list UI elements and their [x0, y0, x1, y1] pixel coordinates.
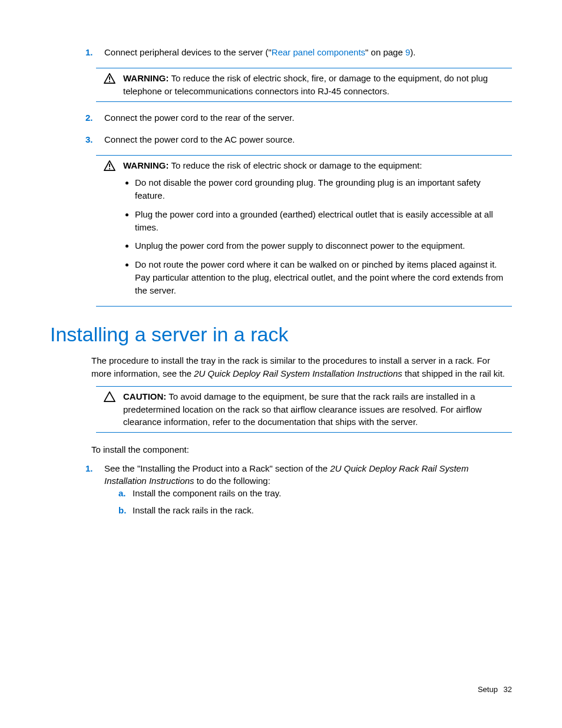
step-number: 2.	[85, 111, 96, 124]
substep-text: Install the component rails on the tray.	[133, 487, 281, 499]
step-1: 1. Connect peripheral devices to the ser…	[85, 46, 512, 58]
warning-intro: To reduce the risk of electric shock or …	[169, 160, 422, 170]
step-text: See the "Installing the Product into a R…	[104, 462, 512, 521]
caution-text: To avoid damage to the equipment, be sur…	[123, 391, 482, 427]
step-text: Connect peripheral devices to the server…	[104, 46, 512, 58]
warning-bullet: Plug the power cord into a grounded (ear…	[135, 208, 512, 234]
rear-panel-link[interactable]: Rear panel components	[272, 47, 365, 57]
install-step-1: 1. See the "Installing the Product into …	[85, 462, 512, 521]
document-page: 1. Connect peripheral devices to the ser…	[0, 0, 562, 728]
svg-point-3	[109, 168, 110, 169]
doc-title-italic: 2U Quick Deploy Rail System Installation…	[194, 368, 402, 378]
warning-bullet: Do not route the power cord where it can…	[135, 258, 512, 297]
warning-icon	[96, 72, 123, 98]
caution-label: CAUTION:	[123, 391, 166, 401]
caution-icon	[96, 390, 123, 429]
warning-bullet-list: Do not disable the power cord grounding …	[135, 176, 512, 297]
warning-bullet: Do not disable the power cord grounding …	[135, 176, 512, 202]
step-2: 2. Connect the power cord to the rear of…	[85, 111, 512, 124]
intro-paragraph: The procedure to install the tray in the…	[91, 354, 512, 380]
step-number: 1.	[85, 462, 96, 475]
warning-label: WARNING:	[123, 160, 169, 170]
step-number: 3.	[85, 133, 96, 146]
warning-callout-1: WARNING: To reduce the risk of electric …	[96, 68, 512, 102]
step-text: Connect the power cord to the AC power s…	[104, 133, 512, 146]
substep-letter: a.	[118, 487, 129, 499]
page-footer: Setup 32	[478, 685, 512, 694]
warning-label: WARNING:	[123, 73, 169, 83]
step-3: 3. Connect the power cord to the AC powe…	[85, 133, 512, 146]
substep-a: a. Install the component rails on the tr…	[118, 487, 512, 499]
substep-b: b. Install the rack rails in the rack.	[118, 504, 512, 516]
warning-icon	[96, 159, 123, 303]
section-heading: Installing a server in a rack	[50, 323, 512, 346]
substep-letter: b.	[118, 504, 129, 516]
warning-callout-2: WARNING: To reduce the risk of electric …	[96, 155, 512, 307]
substeps: a. Install the component rails on the tr…	[118, 487, 512, 516]
step-number: 1.	[85, 46, 96, 58]
warning-bullet: Unplug the power cord from the power sup…	[135, 239, 512, 252]
svg-point-1	[109, 81, 110, 82]
warning-text: To reduce the risk of electric shock, fi…	[123, 73, 488, 96]
footer-page-number: 32	[504, 685, 512, 694]
step-text: Connect the power cord to the rear of th…	[104, 111, 512, 124]
substep-text: Install the rack rails in the rack.	[133, 504, 254, 516]
caution-callout: CAUTION: To avoid damage to the equipmen…	[96, 386, 512, 433]
install-lead: To install the component:	[91, 443, 512, 456]
footer-section: Setup	[478, 685, 498, 694]
